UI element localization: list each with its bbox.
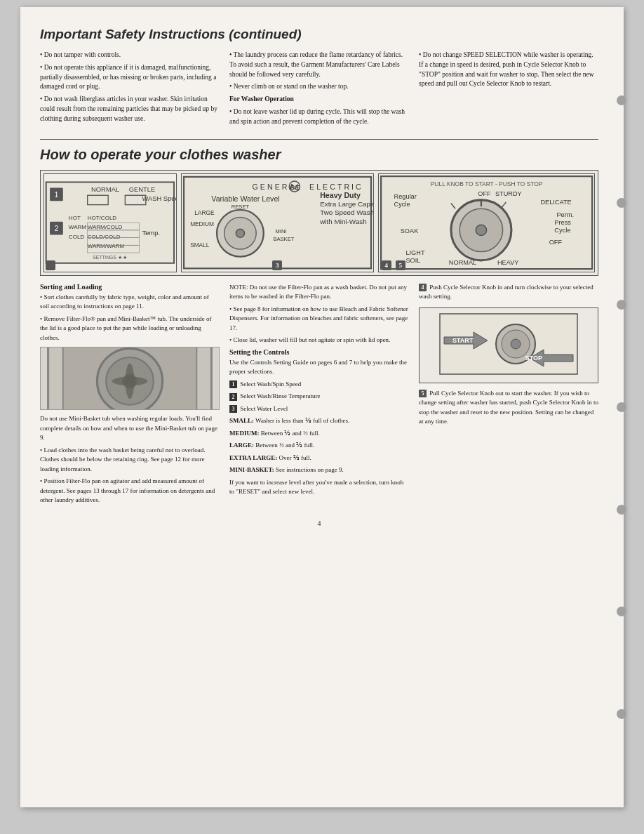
svg-text:STOP: STOP: [525, 355, 542, 362]
svg-text:GE: GE: [290, 184, 300, 191]
svg-text:MEDIUM: MEDIUM: [190, 220, 214, 227]
svg-point-35: [236, 230, 244, 238]
panel3-diagram: PULL KNOB TO START - PUSH TO STOP Regula…: [379, 174, 594, 271]
svg-text:Regular: Regular: [394, 194, 416, 201]
panel-cycle-selector: PULL KNOB TO START - PUSH TO STOP Regula…: [378, 173, 595, 272]
svg-text:WASH Speed: WASH Speed: [142, 196, 175, 203]
mid-text: NOTE: Do not use the Filter-Flo pan as a…: [229, 283, 409, 345]
svg-text:COLD: COLD: [69, 234, 85, 240]
page-number-value: 4: [318, 519, 321, 527]
large-label: LARGE:: [229, 442, 254, 449]
panel4-number: 4: [382, 260, 391, 270]
svg-text:PULL KNOB TO START - PUSH TO S: PULL KNOB TO START - PUSH TO STOP: [431, 180, 543, 187]
step3-text: 3 Select Water Level: [229, 404, 409, 414]
medium-desc: MEDIUM: Between ⅓ and ½ full.: [229, 429, 409, 439]
svg-text:WARM/WARM: WARM/WARM: [88, 244, 125, 250]
svg-text:MINI: MINI: [275, 229, 286, 235]
step3-number: 3: [229, 405, 237, 413]
step1-number: 1: [229, 380, 237, 388]
svg-text:Press: Press: [554, 220, 571, 227]
sorting-text: • Sort clothes carefully by fabric type,…: [40, 293, 220, 343]
svg-text:Cycle: Cycle: [554, 227, 570, 234]
svg-text:DELICATE: DELICATE: [540, 199, 571, 206]
start-stop-diagram: START STOP: [419, 307, 598, 383]
right-column: 4 Push Cycle Selector Knob in and turn c…: [419, 283, 598, 508]
svg-text:Two Speed Washer: Two Speed Washer: [320, 209, 373, 217]
increase-level-text: If you want to increase level after you'…: [229, 478, 409, 497]
start-stop-svg: START STOP: [424, 312, 593, 376]
mini-basket-text: Do not use Mini-Basket tub when washing …: [40, 414, 220, 443]
safety-item: • Never climb on or stand on the washer …: [229, 82, 409, 92]
setting-controls-heading: Setting the Controls: [229, 348, 409, 356]
svg-text:WARM: WARM: [69, 225, 86, 231]
medium-label: MEDIUM:: [229, 430, 260, 437]
step1-text: 1 Select Wash/Spin Speed: [229, 380, 409, 390]
svg-text:SMALL: SMALL: [190, 241, 210, 249]
svg-text:SETTINGS ★ ★: SETTINGS ★ ★: [93, 256, 127, 260]
mini-basket-cap-label: MINI-BASKET:: [229, 466, 274, 473]
safety-item: • Do not change SPEED SELECTION while wa…: [419, 51, 598, 89]
svg-text:COLD/COLD: COLD/COLD: [88, 234, 121, 240]
svg-text:Cycle: Cycle: [394, 201, 410, 208]
washer-op-heading: For Washer Operation: [229, 95, 409, 105]
svg-text:Extra Large Capacity: Extra Large Capacity: [320, 201, 373, 208]
binding-hole: [617, 709, 626, 719]
step4-label: Push Cycle Selector Knob in and turn clo…: [419, 284, 593, 300]
safety-item: • The laundry process can reduce the fla…: [229, 51, 409, 79]
svg-point-54: [476, 225, 486, 236]
mini-basket-cap-text: See instructions on page 9.: [276, 466, 344, 473]
panel1-number: [46, 260, 55, 270]
page8-info: • See page 8 for information on how to u…: [229, 305, 409, 333]
controls-guide-text: Use the Controls Setting Guide on pages …: [229, 358, 409, 377]
control-panels-row: NORMAL GENTLE WASH Speed 1 2 Temp. HOT: [40, 170, 598, 275]
svg-text:OFF: OFF: [478, 190, 491, 197]
setting-controls-text: Use the Controls Setting Guide on pages …: [229, 358, 409, 497]
svg-text:WARM/COLD: WARM/COLD: [88, 225, 123, 231]
panel1-diagram: NORMAL GENTLE WASH Speed 1 2 Temp. HOT: [44, 174, 176, 271]
binding: [617, 7, 629, 807]
step5-text: 5 Pull Cycle Selector Knob out to start …: [419, 389, 598, 427]
step5-label: Pull Cycle Selector Knob out to start th…: [419, 390, 598, 425]
small-text: Washer is less than ⅓ full of clothes.: [255, 417, 349, 424]
svg-text:SOAK: SOAK: [401, 228, 419, 235]
svg-text:Variable Water Level: Variable Water Level: [211, 194, 279, 203]
washer-illustration: [41, 347, 219, 410]
body-content: Sorting and Loading • Sort clothes caref…: [40, 283, 598, 508]
section-divider: [40, 139, 598, 140]
svg-text:HOT/COLD: HOT/COLD: [88, 215, 117, 221]
svg-text:START: START: [452, 337, 474, 344]
middle-column: NOTE: Do not use the Filter-Flo pan as a…: [229, 283, 409, 508]
washer-image: [40, 347, 220, 410]
safety-col2: • The laundry process can reduce the fla…: [229, 51, 409, 129]
safety-col1: • Do not tamper with controls. • Do not …: [40, 51, 220, 129]
safety-columns: • Do not tamper with controls. • Do not …: [40, 51, 598, 129]
step5-icon: 5: [419, 390, 427, 397]
safety-col3: • Do not change SPEED SELECTION while wa…: [419, 51, 598, 129]
extra-large-label: EXTRA LARGE:: [229, 454, 277, 461]
binding-hole: [617, 95, 626, 105]
binding-hole: [617, 402, 626, 412]
load-item: • Load clothes into the wash basket bein…: [40, 446, 220, 475]
large-desc: LARGE: Between ½ and ⅔ full.: [229, 441, 409, 451]
svg-text:ELECTRIC: ELECTRIC: [309, 183, 363, 191]
step4-text: 4 Push Cycle Selector Knob in and turn c…: [419, 283, 598, 302]
svg-text:1: 1: [54, 190, 58, 199]
filter-flo-note: NOTE: Do not use the Filter-Flo pan as a…: [229, 283, 409, 302]
step5-section: 5 Pull Cycle Selector Knob out to start …: [419, 389, 598, 427]
mini-basket-desc: MINI-BASKET: See instructions on page 9.: [229, 465, 409, 475]
svg-text:Perm.: Perm.: [556, 212, 574, 219]
svg-text:RESET: RESET: [232, 204, 250, 211]
step2-label: Select Wash/Rinse Temperature: [240, 392, 320, 399]
binding-hole: [617, 505, 626, 515]
svg-text:SOIL: SOIL: [405, 257, 420, 264]
svg-text:Heavy Duty: Heavy Duty: [320, 192, 361, 200]
medium-text: Between ⅓ and ½ full.: [261, 430, 320, 437]
small-desc: SMALL: Washer is less than ⅓ full of clo…: [229, 416, 409, 426]
binding-hole: [617, 300, 626, 310]
panel-ge-electric: GENERAL GE ELECTRIC Variable Water Level…: [181, 173, 374, 272]
left-column: Sorting and Loading • Sort clothes caref…: [40, 283, 220, 508]
sort-item2: • Remove Filter-Flo® pan and Mini-Basket…: [40, 315, 220, 343]
small-label: SMALL:: [229, 417, 254, 424]
panel-speed-temp: NORMAL GENTLE WASH Speed 1 2 Temp. HOT: [43, 173, 177, 272]
safety-item: • Do not wash fiberglass articles in you…: [40, 95, 220, 124]
